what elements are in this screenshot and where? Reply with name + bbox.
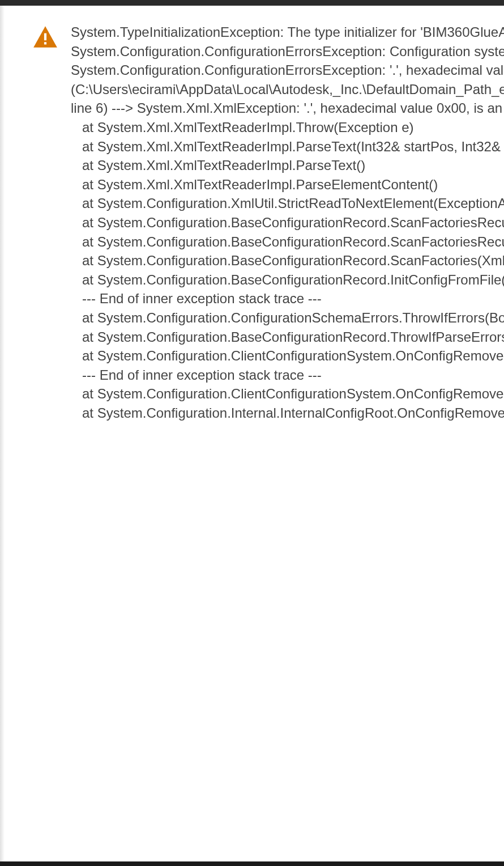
svg-rect-1 bbox=[44, 42, 46, 44]
window-left-edge bbox=[0, 6, 5, 866]
taskbar-edge bbox=[0, 861, 504, 866]
error-dialog-content: System.TypeInitializationException: The … bbox=[0, 6, 504, 422]
error-message-text: System.TypeInitializationException: The … bbox=[71, 23, 504, 422]
svg-rect-0 bbox=[44, 33, 46, 41]
warning-icon bbox=[31, 24, 59, 52]
window-titlebar bbox=[0, 0, 504, 6]
